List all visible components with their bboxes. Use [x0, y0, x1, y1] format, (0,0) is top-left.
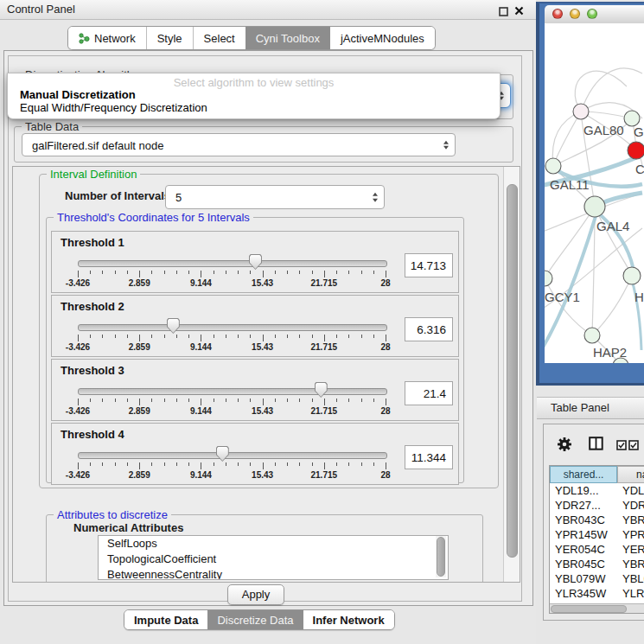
slider-tick	[90, 271, 91, 274]
network-node-h[interactable]	[623, 267, 641, 284]
threshold-slider-thumb[interactable]	[249, 254, 262, 270]
network-node-label: C	[635, 162, 644, 176]
threshold-slider-track[interactable]	[78, 324, 387, 331]
slider-tick	[238, 462, 239, 466]
apply-button[interactable]: Apply	[227, 584, 284, 605]
slider-tick	[299, 399, 300, 402]
network-view-frame[interactable]: GAL80GCGAL11GAL4GCY1HHAP2	[536, 2, 644, 386]
tab-select[interactable]: Select	[193, 27, 245, 49]
settings-scrollbar[interactable]	[503, 167, 520, 582]
threshold-slider-thumb[interactable]	[167, 318, 180, 334]
cell-shared-name: YBL079W	[555, 571, 606, 586]
tab-infer-network-label: Infer Network	[313, 614, 385, 627]
network-node-gcy1[interactable]	[545, 271, 552, 286]
node-attribute-table[interactable]: shared... na YDL19...YDL1...YDR27...YDR2…	[549, 465, 644, 614]
threshold-slider-thumb[interactable]	[216, 446, 229, 462]
table-data-title: Table Data	[22, 120, 82, 133]
tab-jactivemnodules[interactable]: jActiveMNodules	[330, 27, 435, 49]
tab-cyni-toolbox[interactable]: Cyni Toolbox	[245, 27, 330, 49]
table-row[interactable]: YBR043CYBR0...	[550, 513, 644, 527]
slider-tick	[151, 335, 152, 338]
tab-impute-data[interactable]: Impute Data	[124, 610, 207, 629]
table-row[interactable]: YBL079WYBL0...	[550, 571, 644, 586]
network-node[interactable]	[628, 142, 644, 159]
cell-name: YBL0...	[622, 571, 644, 586]
network-edge[interactable]	[592, 276, 632, 335]
unselect-all-checkbox-icon[interactable]	[628, 438, 639, 454]
control-panel-titlebar: Control Panel	[0, 0, 536, 20]
slider-tick-label: 21.715	[311, 278, 338, 288]
slider-tick	[312, 271, 313, 274]
threshold-panel-4: Threshold 4-3.4262.8599.14415.4321.71528…	[51, 423, 459, 485]
tab-network[interactable]: Network	[68, 27, 146, 49]
slider-tick-label: -3.426	[66, 470, 90, 480]
slider-tick-label: 9.144	[190, 470, 212, 480]
table-data-combobox[interactable]: galFiltered.sif default node	[22, 133, 456, 156]
table-row[interactable]: YBR045CYBR0...	[550, 557, 644, 571]
table-row[interactable]: YPR145WYPR1...	[550, 527, 644, 542]
table-row[interactable]: YDL19...YDL1...	[550, 483, 644, 498]
close-traffic-icon[interactable]	[552, 9, 563, 19]
slider-tick	[151, 399, 152, 402]
cell-shared-name: YDL19...	[555, 483, 599, 498]
slider-tick	[226, 462, 226, 466]
column-header-shared-name[interactable]: shared...	[550, 466, 617, 483]
slider-tick-label: 28	[380, 406, 390, 416]
table-row[interactable]: YER054CYER0...	[550, 542, 644, 557]
tab-style[interactable]: Style	[146, 27, 193, 49]
number-of-intervals-label: Number of Intervals	[65, 189, 170, 202]
algorithm-option-equal-width[interactable]: Equal Width/Frequency Discretization	[20, 101, 207, 114]
threshold-slider-thumb[interactable]	[315, 382, 328, 398]
cell-shared-name: YPR145W	[555, 527, 608, 542]
network-graph[interactable]: GAL80GCGAL11GAL4GCY1HHAP2	[545, 23, 644, 363]
network-icon	[79, 33, 90, 44]
slider-tick	[361, 335, 362, 338]
slider-tick	[201, 399, 201, 405]
settings-scrollbar-thumb[interactable]	[507, 184, 518, 558]
select-all-checkbox-icon[interactable]	[616, 438, 627, 454]
minimize-traffic-icon[interactable]	[570, 9, 580, 19]
threshold-value-field[interactable]: 14.713	[405, 253, 453, 277]
threshold-value-field[interactable]: 21.4	[405, 381, 453, 405]
network-edge[interactable]	[545, 278, 592, 335]
slider-tick-label: 9.144	[190, 406, 212, 416]
tab-jactivemnodules-label: jActiveMNodules	[341, 32, 424, 45]
table-horizontal-scrollbar[interactable]	[550, 603, 644, 613]
table-row[interactable]: YDR27...YDR2...	[550, 498, 644, 513]
threshold-panel-1: Threshold 1-3.4262.8599.14415.4321.71528…	[51, 231, 459, 293]
attribute-list-item[interactable]: BetweennessCentrality	[99, 567, 448, 580]
threshold-value-field[interactable]: 11.344	[405, 445, 453, 469]
algorithm-option-manual[interactable]: Manual Discretization	[20, 88, 136, 101]
zoom-traffic-icon[interactable]	[587, 9, 597, 19]
network-canvas[interactable]: GAL80GCGAL11GAL4GCY1HHAP2	[545, 23, 644, 363]
table-row[interactable]: YLR345WYLR3...	[550, 586, 644, 601]
threshold-value-field[interactable]: 6.316	[405, 317, 453, 341]
slider-tick	[373, 462, 374, 466]
tab-discretize-data[interactable]: Discretize Data	[207, 610, 303, 629]
network-node-gal80[interactable]	[573, 104, 589, 119]
slider-tick	[188, 462, 189, 466]
number-of-intervals-combobox[interactable]: 5	[165, 185, 385, 209]
numerical-attributes-list[interactable]: SelfLoopsTopologicalCoefficientBetweenne…	[98, 535, 449, 580]
threshold-slider-track[interactable]	[78, 388, 387, 395]
close-icon[interactable]	[514, 3, 524, 19]
attributes-list-scrollbar[interactable]	[436, 536, 446, 577]
network-node-gal4[interactable]	[584, 196, 605, 217]
slider-tick-label: 15.43	[252, 406, 273, 416]
attribute-list-item[interactable]: SelfLoops	[99, 536, 448, 552]
slider-tick	[139, 399, 140, 405]
network-node-hap2[interactable]	[584, 328, 600, 343]
threshold-slider-track[interactable]	[78, 452, 387, 459]
column-layout-icon[interactable]	[589, 437, 603, 454]
attribute-list-item[interactable]: TopologicalCoefficient	[99, 552, 448, 567]
column-header-name[interactable]: na	[617, 466, 644, 483]
combo-arrows-icon	[373, 193, 378, 202]
threshold-slider-track[interactable]	[78, 260, 387, 267]
slider-tick	[263, 335, 264, 341]
app-window: Control Panel Network Style Select Cyni …	[0, 0, 644, 644]
tab-infer-network[interactable]: Infer Network	[303, 610, 394, 629]
network-node-gal11[interactable]	[545, 158, 561, 174]
gear-icon[interactable]	[556, 436, 573, 456]
float-icon[interactable]	[499, 4, 508, 20]
table-hscroll-thumb[interactable]	[551, 605, 627, 613]
